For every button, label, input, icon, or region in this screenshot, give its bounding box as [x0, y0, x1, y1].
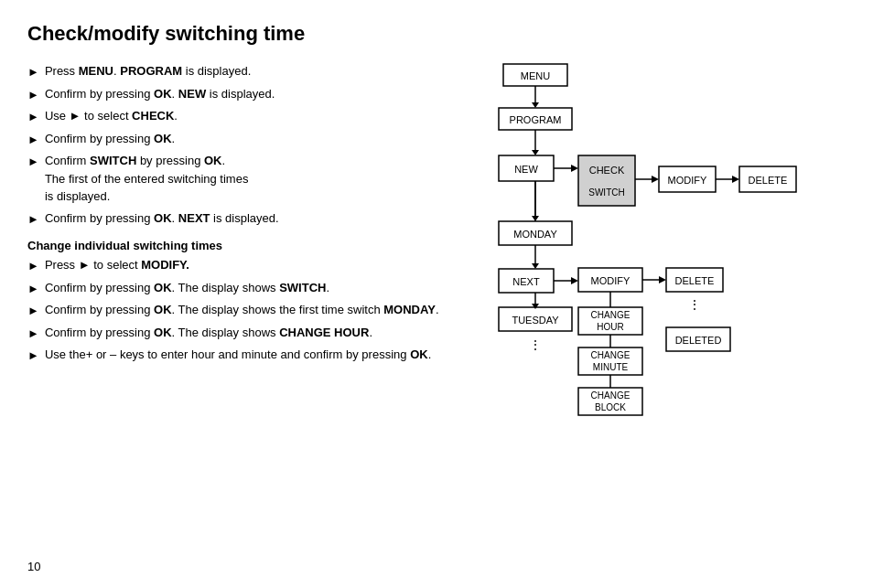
instruction-item: ► Use ► to select CHECK. [27, 107, 439, 126]
svg-marker-29 [532, 263, 539, 269]
instruction-text: Confirm by pressing OK. NEXT is displaye… [45, 209, 439, 228]
arrow-icon: ► [27, 302, 39, 320]
svg-text:BLOCK: BLOCK [595, 402, 626, 412]
instruction-item: ► Confirm by pressing OK. The display sh… [27, 324, 439, 343]
svg-text:HOUR: HOUR [597, 322, 623, 332]
instruction-list-2: ► Press ► to select MODIFY. ► Confirm by… [27, 256, 439, 365]
instruction-item: ► Press MENU. PROGRAM is displayed. [27, 62, 439, 81]
arrow-icon: ► [27, 153, 39, 171]
instruction-item: ► Confirm by pressing OK. [27, 130, 439, 149]
arrow-icon: ► [27, 347, 39, 365]
instruction-item: ► Use the+ or – keys to enter hour and m… [27, 346, 439, 365]
svg-text:NEXT: NEXT [512, 276, 540, 287]
instruction-text: Press MENU. PROGRAM is displayed. [45, 62, 439, 80]
svg-text:CHANGE: CHANGE [591, 350, 630, 360]
svg-text:MENU: MENU [521, 70, 550, 81]
arrow-icon: ► [27, 210, 39, 229]
page-title: Check/modify switching time [27, 22, 846, 46]
instruction-item: ► Confirm SWITCH by pressing OK.The firs… [27, 152, 439, 206]
svg-text:MINUTE: MINUTE [593, 362, 629, 372]
arrow-icon: ► [27, 131, 39, 149]
svg-text:SWITCH: SWITCH [588, 187, 624, 198]
instruction-text: Confirm by pressing OK. The display show… [45, 324, 439, 342]
instruction-text: Confirm by pressing OK. [45, 130, 439, 148]
svg-text:CHANGE: CHANGE [591, 310, 630, 320]
svg-text:MODIFY: MODIFY [591, 275, 630, 286]
svg-text:PROGRAM: PROGRAM [510, 114, 562, 125]
instruction-text: Use the+ or – keys to enter hour and min… [45, 346, 439, 364]
instruction-text: Confirm by pressing OK. NEW is displayed… [45, 85, 439, 103]
instruction-item: ► Confirm by pressing OK. NEXT is displa… [27, 209, 439, 229]
instruction-item: ► Confirm by pressing OK. NEW is display… [27, 85, 439, 104]
svg-text:TUESDAY: TUESDAY [512, 315, 559, 326]
svg-marker-3 [532, 102, 539, 108]
instruction-item: ► Confirm by pressing OK. The display sh… [27, 279, 439, 298]
svg-marker-11 [571, 165, 578, 172]
instruction-text: Confirm by pressing OK. The display show… [45, 279, 439, 297]
svg-marker-25 [532, 216, 539, 221]
flow-diagram: MENU PROGRAM NEW CHECK SWITCH [448, 62, 833, 529]
arrow-icon: ► [27, 86, 39, 104]
svg-text:CHANGE: CHANGE [591, 390, 630, 401]
svg-marker-33 [571, 277, 578, 284]
svg-marker-20 [732, 176, 739, 183]
instruction-list-1: ► Press MENU. PROGRAM is displayed. ► Co… [27, 62, 439, 228]
arrow-icon: ► [27, 257, 39, 275]
subheading: Change individual switching times [27, 239, 439, 252]
instruction-text: Press ► to select MODIFY. [45, 256, 439, 274]
svg-text:DELETED: DELETED [675, 335, 722, 346]
svg-marker-40 [659, 276, 666, 283]
svg-text:CHECK: CHECK [589, 165, 625, 176]
instruction-text: Use ► to select CHECK. [45, 107, 439, 125]
svg-text:DELETE: DELETE [749, 175, 788, 186]
instruction-text: Confirm SWITCH by pressing OK.The first … [45, 152, 439, 206]
instruction-item: ► Press ► to select MODIFY. [27, 256, 439, 275]
instruction-text: Confirm by pressing OK. The display show… [45, 301, 439, 319]
svg-text:NEW: NEW [514, 164, 538, 175]
svg-text:⋮: ⋮ [688, 297, 701, 312]
diagram-area: MENU PROGRAM NEW CHECK SWITCH [448, 62, 846, 531]
arrow-icon: ► [27, 280, 39, 298]
instruction-item: ► Confirm by pressing OK. The display sh… [27, 301, 439, 320]
svg-text:DELETE: DELETE [675, 275, 715, 286]
svg-text:MODIFY: MODIFY [668, 175, 707, 186]
svg-text:⋮: ⋮ [529, 337, 542, 352]
arrow-icon: ► [27, 63, 39, 81]
arrow-icon: ► [27, 108, 39, 126]
svg-marker-16 [652, 176, 659, 183]
arrow-icon: ► [27, 325, 39, 343]
page-number: 10 [27, 560, 40, 573]
svg-marker-7 [532, 150, 539, 155]
svg-text:MONDAY: MONDAY [513, 229, 557, 240]
instructions-panel: ► Press MENU. PROGRAM is displayed. ► Co… [27, 62, 448, 531]
svg-rect-12 [578, 155, 635, 206]
